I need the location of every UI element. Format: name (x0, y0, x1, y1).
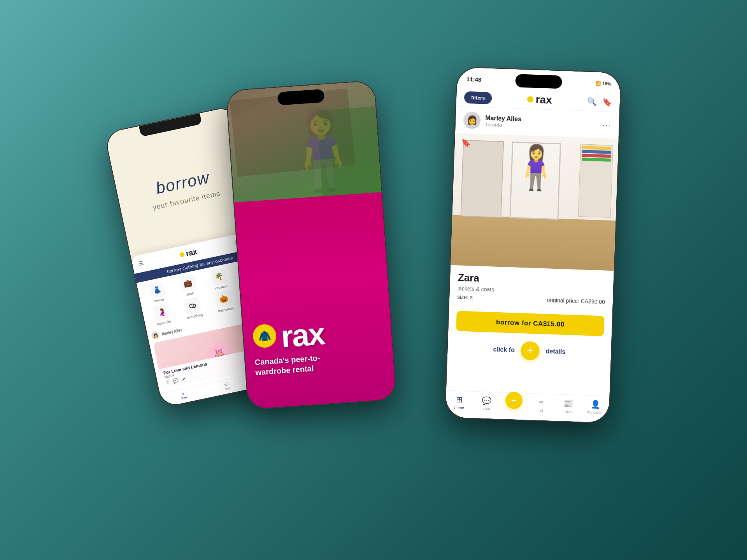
book2 (582, 150, 611, 154)
halloween-icon: 🎃 (214, 290, 233, 308)
book4 (582, 158, 611, 162)
product-image-section: 🧍‍♀️ 🔖 (451, 133, 619, 271)
rax-big-text: rax (280, 318, 325, 352)
right-phone: 11:48 📶 19% filters rax 🔍 🔖 (445, 67, 621, 423)
work-label: work (186, 291, 194, 297)
status-icons: 📶 19% (595, 81, 611, 86)
share-icon-left[interactable]: ↗ (181, 376, 186, 382)
category-everything[interactable]: 🛍 everything (177, 295, 210, 321)
chat-icon-right: 💬 (482, 396, 492, 406)
formal-icon: 👗 (147, 280, 166, 299)
original-price: original price: CA$90.00 (547, 297, 605, 305)
mirror-frame (509, 142, 561, 220)
chat-label-left: chat (224, 386, 231, 391)
feed-icon-left: ⊞ (181, 392, 185, 396)
chat-icon-left: 💬 (224, 382, 229, 387)
category-work[interactable]: 💼 work (172, 273, 205, 299)
work-icon: 💼 (179, 274, 197, 292)
battery-text: 19% (602, 81, 611, 86)
tab-home-right[interactable]: ⊞ home (449, 395, 469, 410)
product-details: Zara jackets & coats size: s original pr… (449, 265, 614, 312)
marley-name-left: Marley Alles (161, 327, 182, 336)
maternity-icon: 🤰 (153, 303, 171, 321)
search-icon-right[interactable]: 🔍 (587, 97, 597, 107)
category-formal[interactable]: 👗 formal (141, 279, 174, 306)
book3 (582, 154, 611, 158)
fab-plus-button[interactable]: + (521, 341, 540, 360)
filters-button[interactable]: filters (464, 91, 492, 104)
user-avatar[interactable]: 👩 (463, 112, 481, 130)
rax-logo-left: rax (179, 247, 198, 259)
list-label-right: list (538, 408, 544, 412)
tab-mycloset-right[interactable]: 👤 my closet (586, 399, 605, 415)
middle-phone-content: 🧍‍♀️ 🧥 rax Canada's peer-to- wardrobe re… (226, 81, 396, 410)
middle-phone: 🧍‍♀️ 🧥 rax Canada's peer-to- wardrobe re… (226, 81, 396, 410)
center-fab-right[interactable]: + (505, 392, 523, 410)
original-price-label: original price: (547, 297, 579, 304)
product-size-right: size: s (457, 294, 473, 300)
rax-logo-right: rax (527, 93, 552, 106)
rax-text-right: rax (535, 93, 552, 106)
home-icon-right: ⊞ (456, 395, 463, 404)
marley-avatar-tiny: 👩 (151, 331, 160, 340)
chat-label-right: chat (483, 406, 490, 411)
click-for-details-row: click fo + details (447, 336, 612, 366)
tab-chat-left[interactable]: 💬 chat (223, 382, 231, 391)
rax-text-left: rax (185, 247, 198, 258)
everything-icon: 🛍 (183, 296, 202, 315)
tab-feed-left[interactable]: ⊞ feed (180, 391, 187, 400)
borrow-button[interactable]: borrow for CA$15.00 (456, 311, 605, 336)
status-time: 11:48 (466, 75, 482, 82)
bookmark-overlay[interactable]: 🔖 (461, 138, 471, 147)
middle-logo-section: 🧥 rax Canada's peer-to- wardrobe rental (252, 314, 385, 378)
original-price-value: CA$90.00 (580, 298, 605, 305)
mycloset-icon-right: 👤 (591, 399, 601, 409)
book1 (582, 146, 611, 150)
formal-label: formal (154, 298, 165, 303)
right-dynamic-island (515, 74, 562, 89)
right-header-icons: 🔍 🔖 (587, 97, 612, 107)
room-floor (451, 215, 615, 271)
user-info: 👩 Marley Alles Toronto (463, 112, 521, 131)
heart-icon-left[interactable]: ♡ (165, 379, 170, 385)
category-vacation[interactable]: 🌴 vacation (203, 266, 236, 292)
news-label-right: news (563, 409, 573, 414)
details-text: details (545, 348, 565, 355)
feed-label-left: feed (181, 396, 187, 400)
vacation-icon: 🌴 (210, 267, 228, 285)
tab-chat-right[interactable]: 💬 chat (477, 396, 496, 411)
yellow-circle-middle: 🧥 (252, 324, 277, 348)
category-maternity[interactable]: 🤰 maternity (146, 301, 179, 328)
rax-dot-left (179, 252, 185, 257)
more-options-button[interactable]: ··· (602, 121, 611, 130)
list-icon-right: ≡ (539, 398, 544, 407)
right-tab-bar: ⊞ home 💬 chat + ≡ list 📰 news (445, 390, 609, 423)
mycloset-label-right: my closet (587, 410, 604, 415)
room-scene: 🧍‍♀️ (451, 133, 619, 271)
bookshelf (578, 144, 613, 218)
rax-dot-right (527, 96, 533, 103)
person-silhouette: 🧍‍♀️ (270, 101, 374, 199)
tab-news-right[interactable]: 📰 news (558, 399, 578, 414)
tab-list-right[interactable]: ≡ list (531, 398, 551, 413)
comment-icon-left[interactable]: 💬 (172, 378, 179, 384)
bookmark-icon-right[interactable]: 🔖 (602, 97, 612, 107)
category-halloween[interactable]: 🎃 halloween (208, 288, 241, 315)
user-details: Marley Alles Toronto (485, 114, 521, 128)
tab-add-right[interactable]: + (504, 392, 524, 410)
news-icon-right: 📰 (563, 399, 573, 408)
room-door (460, 140, 504, 218)
filter-icon[interactable]: ☰ (138, 260, 144, 267)
wifi-icon: 📶 (595, 81, 601, 86)
home-label-right: home (454, 405, 464, 410)
click-for-text: click fo (493, 346, 515, 354)
